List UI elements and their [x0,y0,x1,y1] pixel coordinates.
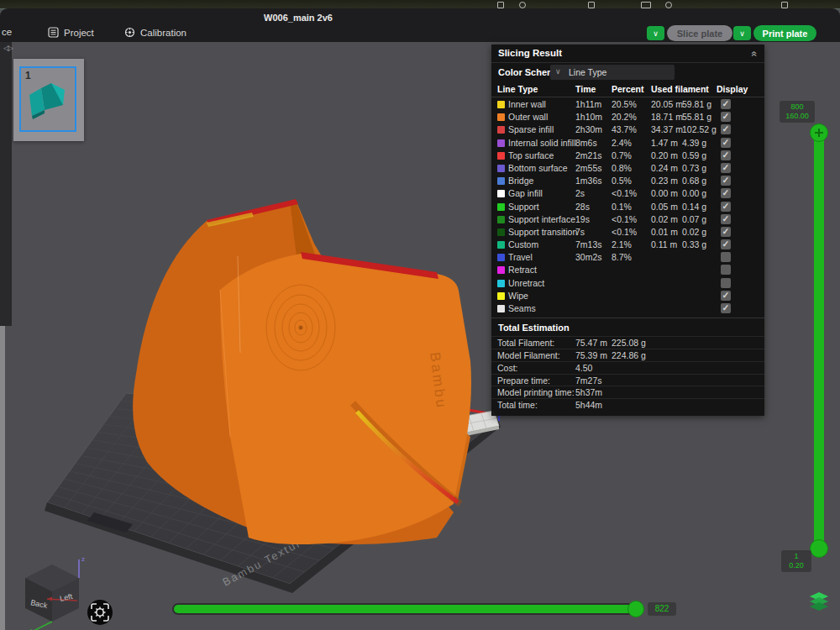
line-type-table: Inner wall1h11m20.5%20.05 m59.81 gOuter … [491,97,764,314]
display-checkbox[interactable] [721,239,731,249]
display-checkbox[interactable] [721,265,731,275]
line-type-percent: 0.8% [612,163,632,173]
calibration-icon [124,27,135,38]
line-type-label: Support [508,202,539,212]
line-type-color-swatch [497,203,505,211]
line-type-label: Gap infill [508,188,543,198]
menubar-icon[interactable] [497,2,504,8]
total-estimation-title: Total Estimation [498,323,570,333]
line-type-label: Sparse infill [508,124,554,134]
display-checkbox[interactable] [721,163,731,173]
line-type-length: 1.47 m [651,138,678,148]
menubar-icon[interactable] [588,2,595,8]
line-type-weight: 0.73 g [682,163,706,173]
display-checkbox[interactable] [721,188,731,198]
line-type-weight: 59.81 g [682,99,711,109]
print-plate-button[interactable]: Print plate [753,25,816,41]
display-checkbox[interactable] [721,176,731,186]
line-type-row: Custom7m13s2.1%0.11 m0.33 g [491,238,764,250]
line-type-length: 0.23 m [651,176,678,186]
line-type-color-swatch [497,241,505,249]
line-type-color-swatch [497,139,505,147]
slice-plate-button[interactable]: Slice plate [667,25,732,41]
total-row: Cost:4.50 [491,361,764,374]
display-checkbox[interactable] [721,112,731,122]
tab-project[interactable]: Project [48,27,94,38]
line-type-time: 19s [575,214,590,224]
display-checkbox[interactable] [721,252,731,262]
line-type-time: 7m13s [575,239,602,249]
display-checkbox[interactable] [721,202,731,212]
line-type-length: 0.11 m [651,239,677,249]
layers-icon[interactable] [808,591,830,615]
menubar-icon[interactable] [781,2,788,8]
move-slider-badge: 822 [648,602,676,616]
display-checkbox[interactable] [721,278,731,288]
line-type-percent: <0.1% [612,188,637,198]
collapse-panel-icon[interactable]: ◁▷ [3,44,12,52]
printed-model[interactable]: Bambu [133,199,471,544]
total-value-1: 4.50 [575,363,592,373]
print-dropdown-button[interactable]: ∨ [733,26,751,40]
display-checkbox[interactable] [721,124,731,134]
display-checkbox[interactable] [721,227,731,237]
menubar-icon[interactable] [641,2,651,8]
layer-slider-track[interactable] [814,126,824,553]
layer-slider-bottom-handle[interactable] [810,539,828,558]
top-layer-number: 800 [782,102,812,112]
line-type-percent: <0.1% [612,227,637,237]
move-slider-handle[interactable] [627,601,644,617]
line-type-time: 30m2s [575,252,602,262]
line-type-label: Custom [508,239,538,249]
layer-slider-bottom-badge: 1 0.20 [781,550,811,572]
display-checkbox[interactable] [721,303,731,313]
display-checkbox[interactable] [721,214,731,224]
line-type-label: Bridge [508,176,533,186]
move-slider-fill [174,605,633,613]
line-type-color-swatch [497,101,505,108]
line-type-row: Internal solid infill8m6s2.4%1.47 m4.39 … [491,136,764,149]
menubar-icon[interactable] [665,2,672,8]
display-checkbox[interactable] [721,150,731,160]
line-type-label: Outer wall [508,112,548,122]
panel-title: Slicing Result [498,48,562,58]
line-type-percent: 20.5% [612,99,637,109]
layer-slider-top-handle[interactable] [810,123,828,142]
line-type-row: Bridge1m36s0.5%0.23 m0.68 g [491,174,764,186]
tab-calibration[interactable]: Calibration [124,27,186,38]
total-label: Prepare time: [497,375,550,386]
plate-thumbnail-card[interactable]: 1 [13,59,84,141]
project-icon [48,27,59,38]
total-row: Model printing time:5h37m [491,386,764,398]
line-type-length: 0.20 m [651,150,678,160]
top-layer-height: 160.00 [782,112,812,121]
display-checkbox[interactable] [721,291,731,301]
panel-collapse-icon[interactable]: « [749,51,761,57]
slice-dropdown-button[interactable]: ∨ [647,26,664,40]
total-value-2: 224.86 g [612,350,646,360]
color-scheme-dropdown[interactable]: ∨ Line Type [550,65,675,80]
axis-y-line [29,622,52,630]
display-checkbox[interactable] [721,99,731,109]
total-row: Total time:5h44m [491,398,764,411]
line-type-time: 2m21s [575,150,602,160]
view-settings-button[interactable] [87,600,113,625]
axis-z-label: z [81,555,85,563]
line-type-time: 1h11m [575,99,601,109]
move-slider-track[interactable] [172,603,643,615]
line-type-weight: 102.52 g [682,124,717,134]
menubar-icon[interactable] [519,2,526,8]
plate-thumbnail[interactable]: 1 [19,66,76,132]
line-type-time: 7s [575,227,585,237]
nav-cube[interactable]: z y Back Left [22,555,85,630]
line-type-row: Outer wall1h10m20.2%18.71 m55.81 g [491,110,764,123]
col-display: Display [717,84,748,94]
line-type-row: Seams [491,302,764,314]
tab-device-partial[interactable]: ce [2,27,12,37]
table-header-row: Line Type Time Percent Used filament Dis… [491,81,764,97]
bottom-layer-height: 0.20 [784,561,809,570]
line-type-color-swatch [497,126,505,134]
display-checkbox[interactable] [721,138,731,148]
line-type-weight: 0.00 g [682,188,706,198]
tab-device-label: ce [2,27,12,37]
